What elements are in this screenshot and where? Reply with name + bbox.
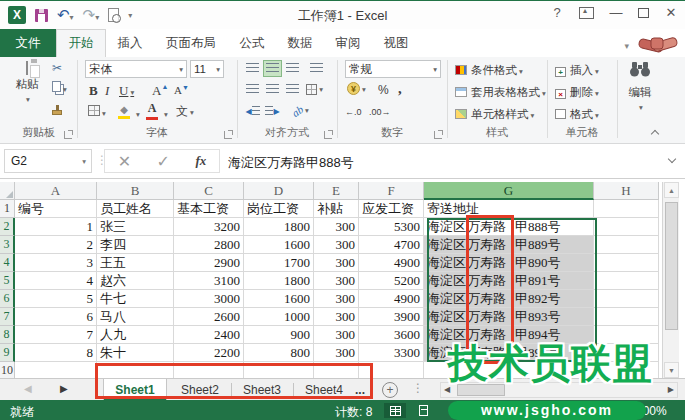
sheet-nav-left-icon[interactable]: ◀: [24, 383, 32, 394]
cut-button[interactable]: ✂: [52, 61, 62, 75]
collapse-ribbon-chevron-icon[interactable]: [651, 130, 659, 138]
insert-function-button[interactable]: fx: [195, 153, 206, 169]
cell-H2[interactable]: [594, 218, 659, 236]
cell-G10[interactable]: [424, 362, 594, 378]
cell-G7[interactable]: 海淀区万寿路甲893号: [424, 308, 594, 326]
cell-styles-button[interactable]: 单元格样式▾: [455, 107, 534, 122]
row-header-9[interactable]: 9: [0, 344, 15, 362]
tab-review[interactable]: 审阅: [324, 29, 372, 57]
zoom-level[interactable]: 100%: [636, 404, 667, 418]
cell-C1[interactable]: 基本工资: [174, 200, 244, 218]
editing-group-button[interactable]: 编辑 ▾: [625, 61, 655, 112]
help-button[interactable]: ?: [549, 5, 565, 20]
row-header-8[interactable]: 8: [0, 326, 15, 344]
cell-C6[interactable]: 3000: [174, 290, 244, 308]
cell-G5[interactable]: 海淀区万寿路甲891号: [424, 272, 594, 290]
cell-G4[interactable]: 海淀区万寿路甲890号: [424, 254, 594, 272]
ribbon-options-dropdown-icon[interactable]: ▾: [624, 41, 629, 51]
sheet-tab-sheet4[interactable]: Sheet4: [297, 379, 351, 401]
tab-data[interactable]: 数据: [276, 29, 324, 57]
column-header-A[interactable]: A: [15, 182, 97, 200]
row-header-3[interactable]: 3: [0, 236, 15, 254]
cell-E2[interactable]: 300: [314, 218, 359, 236]
number-format-combobox[interactable]: 常规▾: [345, 60, 441, 78]
column-header-F[interactable]: F: [359, 182, 424, 200]
underline-button[interactable]: U▾: [119, 83, 134, 99]
cell-E7[interactable]: 300: [314, 308, 359, 326]
italic-button[interactable]: I: [105, 83, 109, 99]
align-middle-button[interactable]: [264, 61, 281, 76]
ribbon-display-options-button[interactable]: [579, 7, 594, 19]
page-layout-view-button[interactable]: [412, 403, 434, 418]
row-header-1[interactable]: 1: [0, 200, 15, 218]
cell-C10[interactable]: [174, 362, 244, 378]
sheet-tab-sheet3[interactable]: Sheet3: [233, 379, 291, 401]
row-header-6[interactable]: 6: [0, 290, 15, 308]
sheet-tab-sheet2[interactable]: Sheet2: [171, 379, 229, 401]
insert-cells-button[interactable]: +插入▾: [555, 63, 599, 78]
close-button[interactable]: ✕: [663, 5, 679, 20]
font-dialog-launcher[interactable]: [224, 131, 232, 139]
cell-F10[interactable]: [359, 362, 424, 378]
merge-center-button[interactable]: ▾: [306, 82, 323, 97]
cell-A9[interactable]: 8: [15, 344, 97, 362]
column-header-G[interactable]: G: [424, 182, 594, 200]
align-top-button[interactable]: [244, 61, 261, 76]
cell-A6[interactable]: 5: [15, 290, 97, 308]
cell-C4[interactable]: 2900: [174, 254, 244, 272]
cell-F4[interactable]: 4900: [359, 254, 424, 272]
expand-formula-bar-icon[interactable]: [668, 155, 676, 163]
copy-button[interactable]: ▾: [52, 81, 67, 94]
cell-H1[interactable]: [594, 200, 659, 218]
comma-style-button[interactable]: ,: [398, 80, 402, 97]
cell-E8[interactable]: 300: [314, 326, 359, 344]
delete-cells-button[interactable]: ×删除▾: [555, 85, 599, 100]
cell-E5[interactable]: 300: [314, 272, 359, 290]
select-all-corner[interactable]: [0, 182, 15, 200]
formula-input[interactable]: 海淀区万寿路甲888号: [228, 154, 354, 172]
sheet-nav-right-icon[interactable]: ▶: [60, 383, 68, 394]
increase-decimal-button[interactable]: ←.0: [345, 107, 362, 117]
tab-view[interactable]: 视图: [372, 29, 420, 57]
conditional-formatting-button[interactable]: 条件格式▾: [455, 63, 523, 78]
cell-E4[interactable]: 300: [314, 254, 359, 272]
cell-C3[interactable]: 2800: [174, 236, 244, 254]
decrease-indent-button[interactable]: ◀: [244, 104, 261, 119]
fill-handle[interactable]: [592, 358, 598, 364]
tab-options-dots-icon[interactable]: ⋮: [412, 381, 424, 395]
cell-H9[interactable]: [594, 344, 659, 362]
percent-style-button[interactable]: %: [378, 83, 389, 97]
tab-file[interactable]: 文件: [0, 29, 56, 57]
cell-F8[interactable]: 3600: [359, 326, 424, 344]
row-header-4[interactable]: 4: [0, 254, 15, 272]
scroll-up-arrow[interactable]: ▲: [664, 182, 679, 198]
phonetic-button[interactable]: 文▾: [176, 103, 194, 120]
cell-E6[interactable]: 300: [314, 290, 359, 308]
cell-A2[interactable]: 1: [15, 218, 97, 236]
minimize-button[interactable]: —: [608, 5, 624, 20]
font-color-button[interactable]: A: [146, 101, 158, 120]
cell-F6[interactable]: 4900: [359, 290, 424, 308]
cell-F7[interactable]: 3900: [359, 308, 424, 326]
cell-G2[interactable]: 海淀区万寿路甲888号: [424, 218, 594, 236]
cell-A5[interactable]: 4: [15, 272, 97, 290]
cell-F9[interactable]: 3300: [359, 344, 424, 362]
cell-A1[interactable]: 编号: [15, 200, 97, 218]
shrink-font-button[interactable]: A▼: [174, 84, 189, 96]
cell-H6[interactable]: [594, 290, 659, 308]
decrease-decimal-button[interactable]: .00→: [369, 107, 391, 117]
cell-E9[interactable]: 300: [314, 344, 359, 362]
grow-font-button[interactable]: A▲: [152, 83, 168, 99]
cell-D7[interactable]: 1000: [244, 308, 314, 326]
cell-E3[interactable]: 300: [314, 236, 359, 254]
hscroll-left-arrow[interactable]: ◀: [444, 385, 450, 394]
cell-A10[interactable]: [15, 362, 97, 378]
column-header-C[interactable]: C: [174, 182, 244, 200]
fill-color-button[interactable]: ◆: [118, 103, 130, 119]
cell-B8[interactable]: 人九: [97, 326, 174, 344]
cell-F3[interactable]: 4700: [359, 236, 424, 254]
font-name-combobox[interactable]: 宋体▾: [85, 60, 187, 78]
align-right-button[interactable]: [284, 82, 301, 97]
cell-E1[interactable]: 补贴: [314, 200, 359, 218]
row-header-5[interactable]: 5: [0, 272, 15, 290]
